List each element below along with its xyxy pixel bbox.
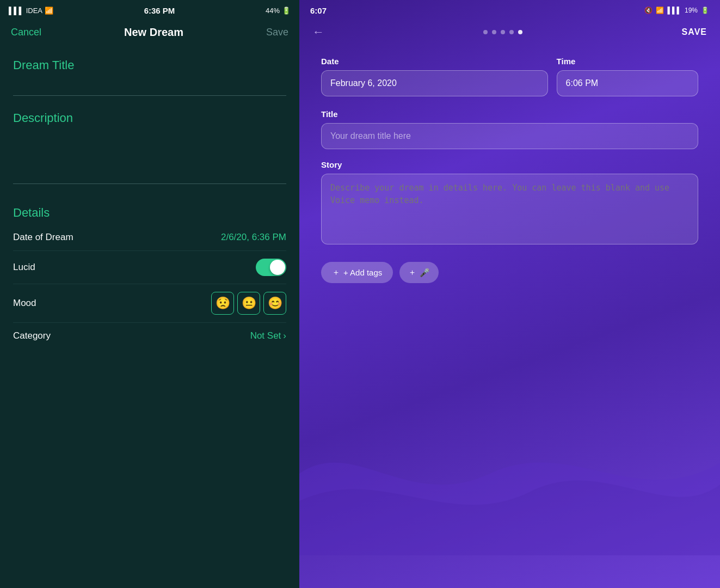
page-dot-5-active (518, 30, 522, 34)
page-dot-4 (509, 30, 514, 34)
details-label: Details (13, 206, 286, 220)
carrier-name: IDEA (26, 7, 42, 15)
story-textarea[interactable] (321, 174, 698, 244)
status-bar-left: ▌▌▌ IDEA 📶 6:36 PM 44% 🔋 (0, 0, 299, 21)
mood-neutral-button[interactable]: 😐 (237, 292, 260, 315)
battery-percent-right: 19% (685, 7, 698, 14)
status-bar-right: 6:07 🔇 📶 ▌▌▌ 19% 🔋 (299, 0, 720, 21)
mood-selector: 😟 😐 😊 (211, 292, 286, 315)
title-field-label: Title (321, 109, 698, 119)
story-field-section: Story (321, 160, 698, 247)
date-input[interactable] (321, 70, 548, 96)
mood-row: Mood 😟 😐 😊 (13, 284, 286, 323)
date-field-group: Date (321, 57, 548, 96)
status-time-right: 6:07 (310, 6, 327, 15)
mood-sad-button[interactable]: 😟 (211, 292, 234, 315)
time-field-label: Time (557, 57, 698, 66)
category-label: Category (13, 330, 51, 341)
nav-bar-left: Cancel New Dream Save (0, 21, 299, 47)
page-dots (483, 30, 522, 34)
date-field-label: Date (321, 57, 548, 66)
signal-bars-icon: ▌▌▌ (9, 7, 24, 15)
mute-icon: 🔇 (644, 7, 653, 14)
details-section: Details Date of Dream 2/6/20, 6:36 PM Lu… (13, 206, 286, 349)
add-tags-button[interactable]: ＋ + Add tags (321, 262, 393, 283)
page-dot-1 (483, 30, 488, 34)
add-voice-plus-icon: ＋ (408, 267, 416, 278)
dream-title-input[interactable] (13, 77, 286, 96)
mood-label: Mood (13, 298, 36, 309)
story-field-label: Story (321, 160, 698, 169)
add-tags-label: + Add tags (343, 268, 382, 277)
right-content: Date Time Title Story ＋ + Add tags (299, 48, 720, 588)
action-buttons: ＋ + Add tags ＋ 🎤 (321, 262, 698, 283)
dream-title-label: Dream Title (13, 58, 286, 72)
lucid-toggle[interactable] (256, 259, 286, 276)
description-label: Description (13, 111, 286, 125)
mood-happy-button[interactable]: 😊 (263, 292, 286, 315)
toggle-knob (270, 260, 285, 275)
battery-group-left: 44% 🔋 (266, 7, 291, 15)
date-of-dream-value[interactable]: 2/6/20, 6:36 PM (221, 232, 286, 243)
battery-icon-right: 🔋 (701, 7, 709, 14)
battery-percent-left: 44% (266, 7, 280, 15)
date-of-dream-label: Date of Dream (13, 232, 73, 243)
right-panel: 6:07 🔇 📶 ▌▌▌ 19% 🔋 ← SAVE Date (299, 0, 720, 588)
category-value-group[interactable]: Not Set › (250, 330, 286, 341)
status-icons-right: 🔇 📶 ▌▌▌ 19% 🔋 (644, 7, 709, 14)
cancel-button[interactable]: Cancel (11, 27, 41, 38)
left-content: Dream Title Description Details Date of … (0, 47, 299, 588)
title-field-section: Title (321, 109, 698, 149)
time-input[interactable] (557, 70, 698, 96)
description-input[interactable] (13, 130, 286, 184)
category-row: Category Not Set › (13, 323, 286, 349)
add-tags-icon: ＋ (332, 267, 340, 278)
page-dot-3 (501, 30, 505, 34)
wifi-icon-right: 📶 (656, 7, 664, 14)
date-time-row: Date Time (321, 57, 698, 96)
status-time-left: 6:36 PM (144, 6, 175, 15)
time-field-group: Time (557, 57, 698, 96)
right-nav: ← SAVE (299, 21, 720, 48)
add-voice-button[interactable]: ＋ 🎤 (399, 262, 439, 283)
lucid-row: Lucid (13, 251, 286, 284)
lucid-label: Lucid (13, 262, 35, 273)
signal-icon-right: ▌▌▌ (667, 7, 681, 14)
microphone-icon: 🎤 (420, 268, 430, 278)
save-button-right[interactable]: SAVE (682, 27, 707, 37)
title-input[interactable] (321, 123, 698, 149)
carrier-signal: ▌▌▌ IDEA 📶 (9, 7, 53, 15)
page-title-left: New Dream (124, 26, 183, 39)
save-button-left[interactable]: Save (266, 27, 288, 38)
category-chevron-icon: › (283, 330, 286, 341)
wifi-icon: 📶 (45, 7, 53, 15)
page-dot-2 (492, 30, 496, 34)
category-value-text: Not Set (250, 330, 281, 341)
battery-icon-left: 🔋 (282, 7, 291, 15)
back-button[interactable]: ← (312, 25, 324, 39)
left-panel: ▌▌▌ IDEA 📶 6:36 PM 44% 🔋 Cancel New Drea… (0, 0, 299, 588)
date-of-dream-row: Date of Dream 2/6/20, 6:36 PM (13, 224, 286, 251)
